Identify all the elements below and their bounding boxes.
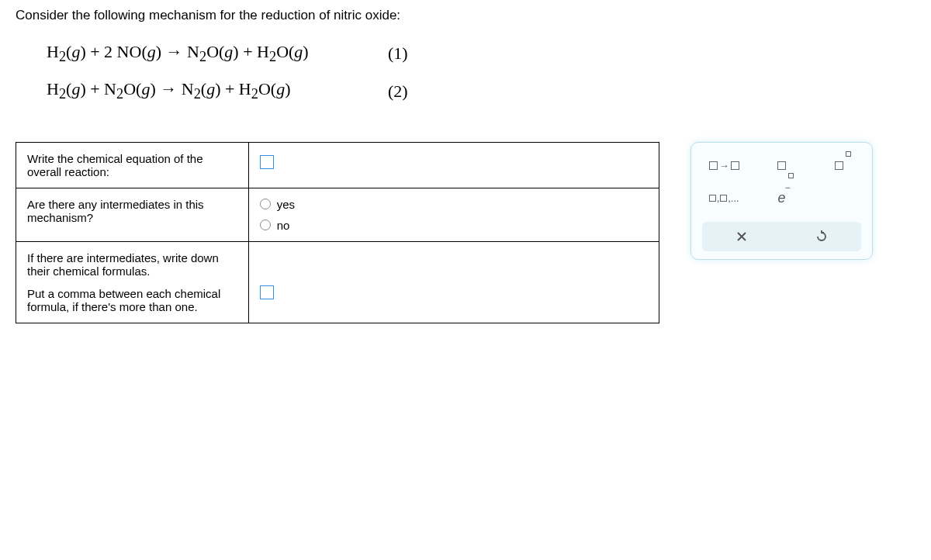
radio-no-label: no <box>277 219 290 232</box>
row1-input-cell <box>248 142 659 188</box>
equation-1: H2(g) + 2 NO(g) → N2O(g) + H2O(g) (1) <box>47 42 915 65</box>
undo-icon <box>815 230 829 244</box>
equation-2-number: (2) <box>388 81 408 102</box>
tool-empty <box>818 186 861 211</box>
tool-arrow[interactable]: → <box>702 154 746 178</box>
equations-block: H2(g) + 2 NO(g) → N2O(g) + H2O(g) (1) H2… <box>47 42 915 103</box>
row2-label: Are there any intermediates in this mech… <box>16 188 249 241</box>
radio-circle-icon <box>260 199 271 209</box>
tool-subscript[interactable] <box>760 154 803 178</box>
tool-list[interactable]: ,,... <box>702 186 746 211</box>
tool-superscript[interactable] <box>818 154 861 178</box>
tool-electron[interactable]: e <box>760 186 803 211</box>
row3-label-line2: Put a comma between each chemical formul… <box>27 287 237 313</box>
row1-label: Write the chemical equation of the overa… <box>16 142 249 188</box>
equation-1-number: (1) <box>388 43 408 64</box>
row3-input-cell <box>248 241 659 323</box>
radio-yes[interactable]: yes <box>260 198 648 211</box>
equation-2: H2(g) + N2O(g) → N2(g) + H2O(g) (2) <box>47 79 915 102</box>
reset-button[interactable] <box>810 228 833 245</box>
row3-label-line1: If there are intermediates, write down t… <box>27 251 237 278</box>
intermediates-input[interactable] <box>260 285 274 299</box>
clear-button[interactable] <box>730 228 753 245</box>
x-icon <box>735 230 748 243</box>
answer-table: Write the chemical equation of the overa… <box>16 142 659 323</box>
radio-circle-icon <box>260 220 271 230</box>
radio-no[interactable]: no <box>260 219 648 232</box>
tool-panel: → ,,... e <box>690 142 873 260</box>
question-intro: Consider the following mechanism for the… <box>16 8 915 23</box>
radio-yes-label: yes <box>277 198 295 211</box>
row2-input-cell: yes no <box>248 188 659 241</box>
equation-input[interactable] <box>260 155 274 169</box>
row3-label: If there are intermediates, write down t… <box>16 241 249 323</box>
